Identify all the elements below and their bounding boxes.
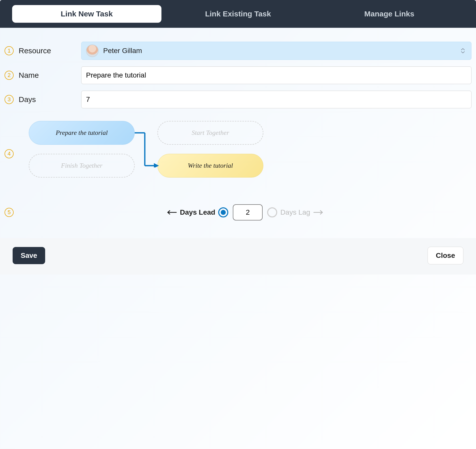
tab-link-existing-task[interactable]: Link Existing Task	[163, 5, 313, 23]
days-lead-option[interactable]: Days Lead	[166, 207, 228, 217]
tab-link-new-task[interactable]: Link New Task	[12, 5, 161, 23]
form-content: 1 Resource Peter Gillam 2 Name 3 Days 4 …	[0, 28, 476, 238]
row-name: 2 Name	[5, 66, 471, 84]
label-resource: Resource	[19, 46, 81, 55]
tab-manage-links[interactable]: Manage Links	[315, 5, 464, 23]
diagram-option-start-together[interactable]: Start Together	[157, 121, 263, 145]
resource-select-value: Peter Gillam	[103, 47, 142, 55]
dialog-footer: Save Close	[0, 238, 476, 275]
radio-days-lead[interactable]	[218, 207, 228, 217]
row-resource: 1 Resource Peter Gillam	[5, 42, 471, 60]
save-button[interactable]: Save	[13, 247, 45, 264]
diagram-target-task[interactable]: Write the tutorial	[157, 154, 263, 178]
tab-bar: Link New Task Link Existing Task Manage …	[0, 0, 476, 28]
step-badge-4: 4	[5, 149, 14, 158]
row-days: 3 Days	[5, 91, 471, 108]
connector-arrow-icon	[134, 132, 159, 167]
link-diagram: Prepare the tutorial Start Together Fini…	[19, 121, 471, 187]
arrow-left-icon	[166, 210, 177, 215]
days-lag-label: Days Lag	[280, 208, 310, 216]
days-lag-option[interactable]: Days Lag	[267, 207, 324, 217]
offset-controls: Days Lead Days Lag	[19, 204, 471, 220]
close-button[interactable]: Close	[428, 247, 463, 264]
step-badge-5: 5	[5, 208, 14, 217]
label-days: Days	[19, 95, 81, 104]
label-name: Name	[19, 71, 81, 80]
step-badge-2: 2	[5, 71, 14, 80]
row-diagram: 4 Prepare the tutorial Start Together Fi…	[5, 121, 471, 187]
step-badge-1: 1	[5, 46, 14, 55]
radio-days-lag[interactable]	[267, 207, 277, 217]
arrow-right-icon	[313, 210, 324, 215]
name-input[interactable]	[81, 66, 471, 84]
offset-value-input[interactable]	[233, 204, 263, 220]
row-offset: 5 Days Lead Days Lag	[5, 204, 471, 220]
step-badge-3: 3	[5, 95, 14, 104]
diagram-source-task[interactable]: Prepare the tutorial	[29, 121, 135, 145]
avatar	[86, 44, 99, 57]
resource-select[interactable]: Peter Gillam	[81, 42, 471, 60]
diagram-option-finish-together[interactable]: Finish Together	[29, 154, 135, 178]
days-lead-label: Days Lead	[180, 208, 215, 216]
chevron-up-down-icon	[460, 48, 466, 54]
days-input[interactable]	[81, 91, 471, 108]
